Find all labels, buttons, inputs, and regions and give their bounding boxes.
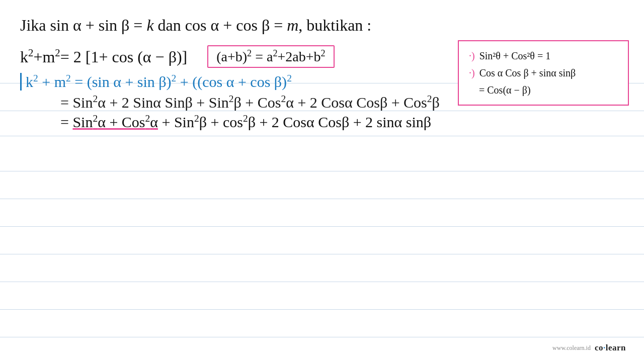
brand-url: www.colearn.id bbox=[552, 344, 591, 352]
ruled-line bbox=[0, 337, 644, 337]
underline-term-1: Sin2α + Cos2α bbox=[72, 114, 158, 130]
ruled-line bbox=[0, 226, 644, 227]
result-line: k2+m2= 2 [1+ cos (α − β)] (a+b)2 = a2+2a… bbox=[20, 45, 624, 68]
proof-section: k2 + m2 = (sin α + sin β)2 + ((cos α + c… bbox=[20, 73, 624, 131]
brand-name: co·learn bbox=[595, 343, 626, 353]
content-area: Jika sin α + sin β = k dan cos α + cos β… bbox=[0, 0, 644, 143]
ruled-line bbox=[0, 282, 644, 282]
proof-line-2: = Sin2α + 2 Sinα Sinβ + Sin2β + Cos2α + … bbox=[20, 94, 624, 111]
ruled-line bbox=[0, 199, 644, 199]
branding: www.colearn.id co·learn bbox=[552, 343, 626, 353]
ruled-line bbox=[0, 309, 644, 310]
proof-line-3: = Sin2α + Cos2α + Sin2β + cos2β + 2 Cosα… bbox=[20, 113, 624, 131]
problem-statement: Jika sin α + sin β = k dan cos α + cos β… bbox=[20, 15, 624, 36]
ruled-line bbox=[0, 171, 644, 171]
formula-box: (a+b)2 = a2+2ab+b2 bbox=[207, 45, 334, 68]
result-text: k2+m2= 2 [1+ cos (α − β)] bbox=[20, 47, 187, 66]
brand-dot: · bbox=[603, 343, 606, 352]
proof-line-1: k2 + m2 = (sin α + sin β)2 + ((cos α + c… bbox=[20, 73, 624, 90]
ruled-line bbox=[0, 254, 644, 254]
